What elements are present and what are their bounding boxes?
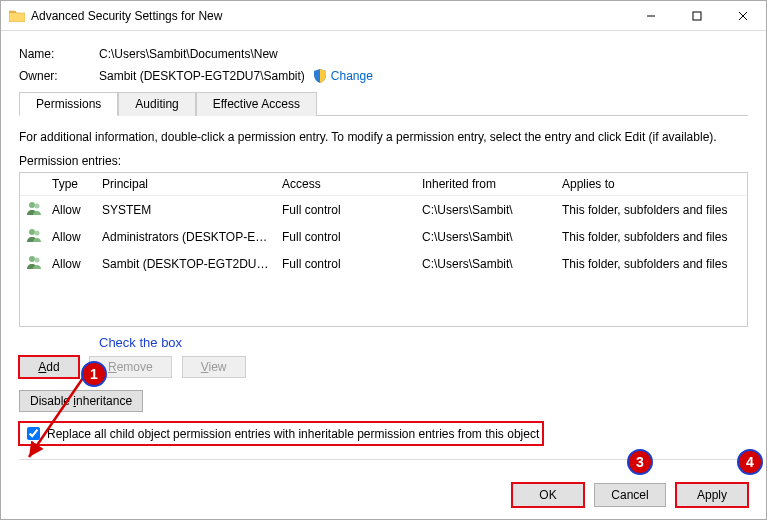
maximize-button[interactable] <box>674 1 720 31</box>
apply-button[interactable]: Apply <box>676 483 748 507</box>
cell-access: Full control <box>276 226 416 248</box>
replace-child-permissions-label[interactable]: Replace all child object permission entr… <box>47 427 539 441</box>
tab-permissions[interactable]: Permissions <box>19 92 118 116</box>
disable-inheritance-button[interactable]: Disable inheritance <box>19 390 143 412</box>
annotation-badge-3: 3 <box>627 449 653 475</box>
ok-button[interactable]: OK <box>512 483 584 507</box>
cell-applies: This folder, subfolders and files <box>556 199 747 221</box>
table-row[interactable]: AllowSYSTEMFull controlC:\Users\Sambit\T… <box>20 196 747 223</box>
user-group-icon <box>26 227 42 243</box>
view-button: View <box>182 356 246 378</box>
annotation-check-the-box: Check the box <box>99 335 748 350</box>
cancel-button[interactable]: Cancel <box>594 483 666 507</box>
table-row[interactable]: AllowAdministrators (DESKTOP-EG...Full c… <box>20 223 747 250</box>
add-button[interactable]: Add <box>19 356 79 378</box>
tabs: Permissions Auditing Effective Access <box>19 91 748 116</box>
owner-label: Owner: <box>19 69 99 83</box>
entries-label: Permission entries: <box>19 154 748 168</box>
svg-point-8 <box>29 256 35 262</box>
cell-access: Full control <box>276 253 416 275</box>
tab-effective-access[interactable]: Effective Access <box>196 92 317 116</box>
cell-type: Allow <box>46 199 96 221</box>
cell-inherited: C:\Users\Sambit\ <box>416 226 556 248</box>
svg-point-7 <box>35 231 40 236</box>
col-access[interactable]: Access <box>276 173 416 195</box>
cell-principal: Administrators (DESKTOP-EG... <box>96 226 276 248</box>
table-row[interactable]: AllowSambit (DESKTOP-EGT2DU7\S...Full co… <box>20 250 747 277</box>
info-text: For additional information, double-click… <box>19 130 748 144</box>
svg-point-5 <box>35 204 40 209</box>
cell-inherited: C:\Users\Sambit\ <box>416 199 556 221</box>
svg-point-4 <box>29 202 35 208</box>
cell-principal: Sambit (DESKTOP-EGT2DU7\S... <box>96 253 276 275</box>
folder-icon <box>9 9 25 22</box>
close-button[interactable] <box>720 1 766 31</box>
shield-icon <box>313 69 327 83</box>
replace-child-permissions-checkbox[interactable] <box>27 427 40 440</box>
tab-auditing[interactable]: Auditing <box>118 92 195 116</box>
svg-point-9 <box>35 258 40 263</box>
cell-applies: This folder, subfolders and files <box>556 253 747 275</box>
cell-inherited: C:\Users\Sambit\ <box>416 253 556 275</box>
name-value: C:\Users\Sambit\Documents\New <box>99 47 278 61</box>
col-type[interactable]: Type <box>46 173 96 195</box>
cell-access: Full control <box>276 199 416 221</box>
owner-value: Sambit (DESKTOP-EGT2DU7\Sambit) <box>99 69 305 83</box>
col-principal[interactable]: Principal <box>96 173 276 195</box>
annotation-badge-1: 1 <box>81 361 107 387</box>
minimize-button[interactable] <box>628 1 674 31</box>
window-title: Advanced Security Settings for New <box>31 9 628 23</box>
change-owner-link[interactable]: Change <box>331 69 373 83</box>
annotation-badge-4: 4 <box>737 449 763 475</box>
title-bar: Advanced Security Settings for New <box>1 1 766 31</box>
cell-applies: This folder, subfolders and files <box>556 226 747 248</box>
cell-principal: SYSTEM <box>96 199 276 221</box>
svg-rect-1 <box>693 12 701 20</box>
permissions-grid: Type Principal Access Inherited from App… <box>19 172 748 327</box>
cell-type: Allow <box>46 226 96 248</box>
cell-type: Allow <box>46 253 96 275</box>
col-inherited[interactable]: Inherited from <box>416 173 556 195</box>
user-group-icon <box>26 200 42 216</box>
user-group-icon <box>26 254 42 270</box>
col-applies[interactable]: Applies to <box>556 173 747 195</box>
name-label: Name: <box>19 47 99 61</box>
svg-point-6 <box>29 229 35 235</box>
